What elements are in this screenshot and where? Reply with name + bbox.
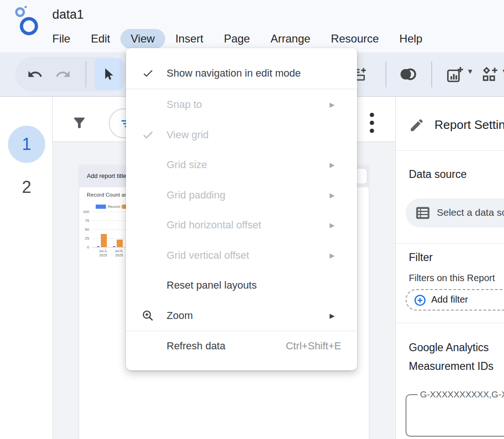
y-axis-tick: 0	[79, 245, 89, 249]
blend-data-icon[interactable]	[398, 66, 418, 83]
add-circle-icon	[413, 294, 427, 307]
menu-item-label: Snap to	[167, 99, 202, 111]
submenu-arrow-icon: ▶	[329, 252, 335, 259]
submenu-arrow-icon: ▶	[329, 161, 335, 169]
bar-series2	[101, 234, 107, 247]
ga-heading-line1: Google Analytics	[409, 341, 489, 354]
select-data-source-label: Select a data source	[437, 207, 504, 218]
x-axis-label: Jul 3,2025	[95, 249, 111, 257]
chevron-down-icon[interactable]: ▼	[467, 67, 474, 75]
kebab-menu-icon[interactable]	[367, 111, 377, 135]
menu-item-label: Grid padding	[167, 189, 225, 201]
zoom-in-icon	[141, 309, 154, 322]
view-menu-item[interactable]: Grid size ▶	[126, 150, 357, 180]
legend-swatch-record-count	[96, 205, 106, 209]
view-menu-item[interactable]: Snap to ▶	[126, 90, 357, 120]
bar-series2	[117, 240, 123, 247]
panel-divider	[396, 243, 504, 244]
menu-item-shortcut: Ctrl+Shift+E	[286, 340, 341, 352]
menu-bar-item-edit[interactable]: Edit	[81, 29, 120, 49]
document-title[interactable]: data1	[52, 7, 84, 22]
top-header: data1 FileEditViewInsertPageArrangeResou…	[0, 0, 504, 52]
report-title-placeholder[interactable]: Add report title	[87, 172, 126, 179]
toolbar-divider	[85, 61, 86, 87]
submenu-arrow-icon: ▶	[329, 101, 335, 108]
menu-item-label: Reset panel layouts	[167, 279, 257, 291]
menu-bar-item-arrange[interactable]: Arrange	[260, 29, 321, 49]
panel-header: Report Settings	[396, 97, 504, 151]
view-menu-item[interactable]: Refresh data Ctrl+Shift+E	[126, 331, 357, 361]
menu-bar-item-file[interactable]: File	[42, 29, 81, 49]
add-control-icon[interactable]	[481, 66, 498, 84]
checkmark-icon	[142, 67, 154, 79]
y-axis-tick: 75	[79, 219, 89, 223]
chevron-down-icon[interactable]: ▼	[501, 67, 504, 75]
view-dropdown-menu: Show navigation in edit mode Snap to ▶ V…	[126, 48, 357, 370]
ga-measurement-id-field[interactable]: G-XXXXXXXXXX,G-XXXXXXXXXX	[406, 394, 504, 437]
menu-item-label: View grid	[167, 129, 209, 141]
looker-studio-window: data1 FileEditViewInsertPageArrangeResou…	[0, 0, 504, 439]
menu-bar-item-insert[interactable]: Insert	[165, 29, 214, 49]
menu-item-label: Zoom	[167, 310, 193, 322]
toolbar-divider	[431, 61, 432, 87]
add-filter-label: Add filter	[431, 294, 468, 305]
menu-bar-item-view[interactable]: View	[120, 29, 165, 49]
menu-item-label: Grid horizontal offset	[167, 219, 261, 231]
menu-bar-item-help[interactable]: Help	[389, 29, 433, 49]
menu-item-label: Show navigation in edit mode	[167, 67, 301, 79]
menu-item-label: Grid size	[167, 159, 207, 171]
undo-icon[interactable]	[27, 66, 43, 82]
submenu-arrow-icon: ▶	[329, 191, 335, 199]
bar-record-count	[113, 246, 115, 247]
page-thumbnail[interactable]: 1	[8, 126, 45, 163]
x-axis-label: Jul 5,2025	[111, 249, 127, 257]
filter-subheading: Filters on this Report	[409, 273, 495, 283]
menu-bar-item-page[interactable]: Page	[214, 29, 260, 49]
view-menu-item[interactable]: Reset panel layouts	[126, 270, 357, 301]
add-filter-button[interactable]: Add filter	[406, 289, 504, 311]
y-axis-tick: 25	[79, 236, 89, 241]
redo-icon[interactable]	[55, 66, 71, 82]
view-menu-item[interactable]: Zoom ▶	[126, 301, 357, 331]
menu-bar: FileEditViewInsertPageArrangeResourceHel…	[42, 28, 433, 50]
view-menu-item[interactable]: Grid horizontal offset ▶	[126, 210, 357, 241]
menu-item-label: Refresh data	[167, 340, 225, 352]
view-menu-item[interactable]: Show navigation in edit mode	[126, 58, 357, 89]
data-source-table-icon	[415, 205, 431, 221]
view-menu-item[interactable]: Grid padding ▶	[126, 180, 357, 211]
cursor-icon	[101, 66, 117, 82]
pencil-icon	[409, 117, 425, 133]
view-menu-item[interactable]: View grid	[126, 120, 357, 150]
panel-title: Report Settings	[434, 118, 504, 132]
panel-divider	[396, 323, 504, 323]
menu-bar-item-resource[interactable]: Resource	[321, 29, 389, 49]
submenu-arrow-icon: ▶	[329, 221, 335, 229]
ga-field-label: G-XXXXXXXXXX,G-XXXXXXXXXX	[418, 389, 504, 400]
select-data-source-button[interactable]: Select a data source	[406, 198, 504, 227]
view-menu-item[interactable]: Grid vertical offset ▶	[126, 241, 357, 271]
submenu-arrow-icon: ▶	[329, 312, 335, 319]
page-thumbnail[interactable]: 2	[8, 169, 45, 206]
bar-record-count	[97, 246, 99, 247]
add-chart-icon[interactable]	[446, 66, 463, 84]
y-axis-tick: 50	[79, 227, 89, 232]
filter-funnel-icon[interactable]	[71, 115, 87, 131]
filter-heading: Filter	[409, 251, 433, 264]
checkmark-icon	[142, 129, 154, 141]
looker-studio-logo-icon[interactable]	[13, 5, 42, 38]
menu-divider	[126, 89, 357, 89]
data-source-heading: Data source	[409, 168, 467, 181]
y-axis-tick: 100	[79, 210, 89, 214]
report-settings-panel: Report Settings Data source Select a dat…	[395, 97, 504, 439]
toolbar-divider	[385, 61, 386, 87]
ga-heading-line2: Measurement IDs	[409, 360, 494, 373]
menu-item-label: Grid vertical offset	[167, 249, 249, 262]
page-navigation: 12	[0, 97, 53, 439]
select-tool-selected[interactable]	[95, 58, 123, 90]
